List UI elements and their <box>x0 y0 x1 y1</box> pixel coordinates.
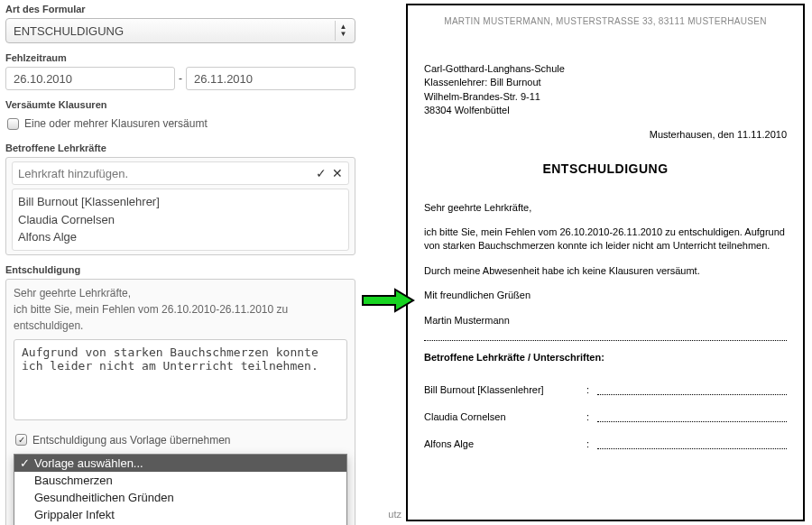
recipient-line: Klassenlehrer: Bill Burnout <box>424 76 787 89</box>
dropdown-item[interactable]: Grippaler Infekt <box>14 506 346 523</box>
recipient-line: Carl-Gotthard-Langhans-Schule <box>424 62 787 76</box>
signature-name: Alfons Alge <box>424 438 586 449</box>
cancel-icon[interactable]: ✕ <box>332 166 343 180</box>
missed-exams-label: Versäumte Klausuren <box>5 99 355 110</box>
template-dropdown[interactable]: Vorlage auswählen... Bauschmerzen Gesund… <box>14 454 347 526</box>
date-from-input[interactable] <box>5 67 175 90</box>
missed-exams-checkbox[interactable] <box>7 118 19 130</box>
form-type-label: Art des Formular <box>5 4 355 14</box>
signature-row: Claudia Cornelsen : <box>424 402 787 422</box>
signature-line <box>597 413 787 422</box>
date-line: Musterhausen, den 11.11.2010 <box>424 129 787 140</box>
signature-name: Bill Burnout [Klassenlehrer] <box>424 384 586 395</box>
period-label: Fehlzeitraum <box>5 52 355 63</box>
document-preview: MARTIN MUSTERMANN, MUSTERSTRASSE 33, 831… <box>406 4 805 521</box>
recipient-block: Carl-Gotthard-Langhans-Schule Klassenleh… <box>424 62 787 118</box>
recipient-line: Wilhelm-Brandes-Str. 9-11 <box>424 90 787 104</box>
dropdown-item[interactable]: Bauschmerzen <box>14 472 346 489</box>
missed-exams-text: Eine oder mehrer Klausuren versäumt <box>24 117 208 130</box>
list-item: Claudia Cornelsen <box>18 211 343 229</box>
dropdown-item[interactable]: Vorlage auswählen... <box>14 455 346 472</box>
signature-line <box>597 386 787 395</box>
footer-fragment: utz <box>388 509 401 520</box>
form-panel: Art des Formular ENTSCHULDIGUNG ▲▼ Fehlz… <box>0 0 361 525</box>
date-to-input[interactable] <box>186 67 355 90</box>
add-teacher-placeholder: Lehrkraft hinzufügen. <box>18 167 128 180</box>
signature-line <box>597 440 787 449</box>
excuse-prefix: Sehr geehrte Lehrkräfte, ich bitte Sie, … <box>14 285 347 334</box>
use-template-row: ✓ Entschuldigung aus Vorlage übernehmen <box>14 430 347 450</box>
list-item: Alfons Alge <box>18 228 343 246</box>
sender-name: Martin Mustermann <box>424 314 787 327</box>
excuse-textarea[interactable] <box>14 339 347 420</box>
missed-exams-row: Eine oder mehrer Klausuren versäumt <box>5 114 355 134</box>
date-separator: - <box>179 72 182 85</box>
form-type-select[interactable]: ENTSCHULDIGUNG ▲▼ <box>5 18 355 43</box>
list-item: Bill Burnout [Klassenlehrer] <box>18 193 343 211</box>
add-teacher-input[interactable]: Lehrkraft hinzufügen. ✓ ✕ <box>12 161 349 185</box>
use-template-label: Entschuldigung aus Vorlage übernehmen <box>32 434 231 447</box>
teachers-box: Lehrkraft hinzufügen. ✓ ✕ Bill Burnout [… <box>5 157 355 255</box>
excuse-prefix-line: ich bitte Sie, mein Fehlen vom 26.10.201… <box>14 301 347 334</box>
excuse-prefix-line: Sehr geehrte Lehrkräfte, <box>14 285 347 301</box>
sender-line: MARTIN MUSTERMANN, MUSTERSTRASSE 33, 831… <box>424 16 787 26</box>
arrow-icon <box>361 287 415 314</box>
date-range-row: - <box>5 67 355 90</box>
signature-colon: : <box>586 384 597 395</box>
body-paragraph: Durch meine Abwesenheit habe ich keine K… <box>424 264 787 278</box>
signature-row: Alfons Alge : <box>424 429 787 449</box>
svg-marker-0 <box>363 290 413 311</box>
closing: Mit freundlichen Grüßen <box>424 289 787 302</box>
dropdown-item[interactable]: Gesundheitlichen Gründen <box>14 489 346 506</box>
signature-name: Claudia Cornelsen <box>424 411 586 422</box>
signature-colon: : <box>586 438 597 449</box>
signatures-header: Betroffene Lehrkräfte / Unterschriften: <box>424 352 787 363</box>
excuse-label: Entschuldigung <box>5 264 355 275</box>
salutation: Sehr geehrte Lehrkräfte, <box>424 201 787 215</box>
divider <box>424 340 787 341</box>
use-template-checkbox[interactable]: ✓ <box>15 434 27 446</box>
teachers-label: Betroffene Lehrkräfte <box>5 143 355 153</box>
teacher-list[interactable]: Bill Burnout [Klassenlehrer] Claudia Cor… <box>12 189 349 251</box>
dropdown-arrows-icon: ▲▼ <box>335 21 351 41</box>
body-paragraph: ich bitte Sie, mein Fehlen vom 26.10.201… <box>424 226 787 253</box>
document-title: ENTSCHULDIGUNG <box>424 161 787 176</box>
signature-colon: : <box>586 411 597 422</box>
confirm-icon[interactable]: ✓ <box>316 166 327 180</box>
form-type-value: ENTSCHULDIGUNG <box>14 24 124 38</box>
excuse-box: Sehr geehrte Lehrkräfte, ich bitte Sie, … <box>5 279 355 526</box>
document-body: Sehr geehrte Lehrkräfte, ich bitte Sie, … <box>424 201 787 327</box>
recipient-line: 38304 Wolfenbüttel <box>424 104 787 117</box>
signature-row: Bill Burnout [Klassenlehrer] : <box>424 375 787 395</box>
